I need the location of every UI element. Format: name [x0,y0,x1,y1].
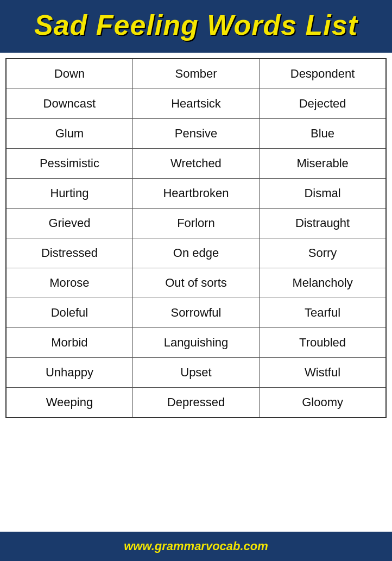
table-row: DowncastHeartsickDejected [6,89,386,119]
header: Sad Feeling Words List [0,0,392,53]
table-row: PessimisticWretchedMiserable [6,149,386,179]
table-cell: Distressed [6,238,132,268]
table-cell: Tearful [260,298,386,328]
table-cell: Depressed [132,388,259,418]
table-cell: Dismal [260,179,386,209]
table-row: DownSomberDespondent [6,59,386,89]
table-cell: Languishing [132,328,259,358]
table-cell: Blue [260,119,386,149]
footer: www.grammarvocab.com [0,532,392,561]
table-cell: Pessimistic [6,149,132,179]
table-cell: Troubled [260,328,386,358]
table-cell: Despondent [260,59,386,89]
table-row: MoroseOut of sortsMelancholy [6,268,386,298]
table-row: DolefulSorrowfulTearful [6,298,386,328]
table-row: GrievedForlornDistraught [6,209,386,238]
footer-url: www.grammarvocab.com [124,539,268,553]
table-cell: Wretched [132,149,259,179]
table-cell: Miserable [260,149,386,179]
table-cell: Somber [132,59,259,89]
table-cell: Forlorn [132,209,259,238]
table-cell: Sorrowful [132,298,259,328]
table-cell: Melancholy [260,268,386,298]
table-row: DistressedOn edgeSorry [6,238,386,268]
table-cell: Heartsick [132,89,259,119]
words-table: DownSomberDespondentDowncastHeartsickDej… [5,58,387,418]
table-cell: Weeping [6,388,132,418]
table-row: UnhappyUpsetWistful [6,358,386,388]
table-cell: Downcast [6,89,132,119]
table-cell: Hurting [6,179,132,209]
table-row: GlumPensiveBlue [6,119,386,149]
table-cell: Sorry [260,238,386,268]
table-row: WeepingDepressedGloomy [6,388,386,418]
table-cell: Glum [6,119,132,149]
table-cell: Grieved [6,209,132,238]
table-cell: Distraught [260,209,386,238]
table-cell: On edge [132,238,259,268]
table-cell: Morbid [6,328,132,358]
table-cell: Upset [132,358,259,388]
table-cell: Dejected [260,89,386,119]
table-cell: Unhappy [6,358,132,388]
table-cell: Out of sorts [132,268,259,298]
table-cell: Heartbroken [132,179,259,209]
table-cell: Gloomy [260,388,386,418]
table-row: MorbidLanguishingTroubled [6,328,386,358]
table-cell: Pensive [132,119,259,149]
page-title: Sad Feeling Words List [11,10,381,41]
table-wrapper: DownSomberDespondentDowncastHeartsickDej… [0,53,392,532]
table-row: HurtingHeartbrokenDismal [6,179,386,209]
table-cell: Wistful [260,358,386,388]
table-cell: Morose [6,268,132,298]
table-cell: Doleful [6,298,132,328]
table-cell: Down [6,59,132,89]
